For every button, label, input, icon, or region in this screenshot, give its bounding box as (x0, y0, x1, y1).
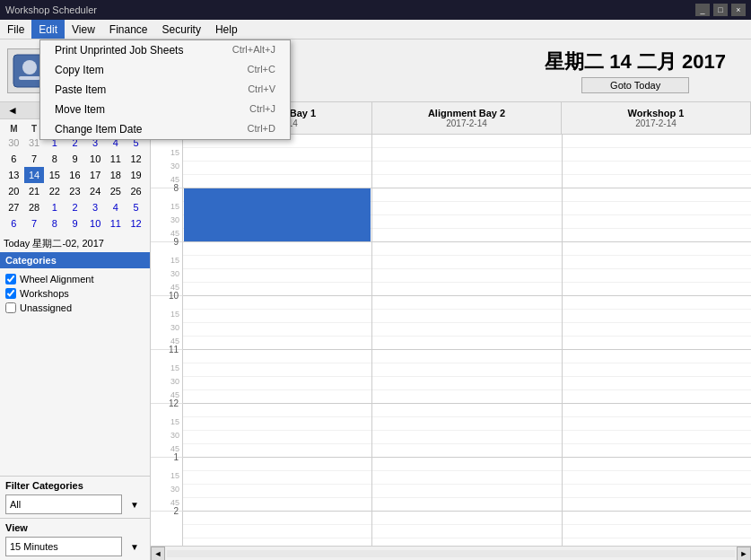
cal-day[interactable]: 5 (126, 199, 146, 215)
cal-day[interactable]: 15 (44, 167, 65, 183)
slot-row[interactable] (183, 269, 371, 283)
cal-day[interactable]: 12 (126, 151, 146, 167)
slot-row[interactable] (372, 323, 561, 337)
cal-day[interactable]: 19 (126, 167, 146, 183)
slot-row[interactable] (372, 337, 561, 350)
slot-row[interactable] (183, 538, 371, 546)
slot-row[interactable] (563, 202, 751, 215)
slot-row[interactable] (563, 363, 751, 377)
slot-row[interactable] (563, 148, 751, 162)
menu-file[interactable]: File (0, 20, 31, 39)
cal-prev-button[interactable]: ◄ (4, 104, 22, 117)
slot-row[interactable] (372, 377, 561, 390)
slot-row[interactable] (563, 337, 751, 350)
cal-day[interactable]: 20 (4, 183, 24, 199)
slot-row[interactable] (563, 512, 751, 525)
slot-row[interactable] (563, 431, 751, 444)
slot-row[interactable] (563, 296, 751, 310)
category-wheel-alignment-checkbox[interactable] (5, 274, 16, 284)
slot-row[interactable] (372, 175, 561, 188)
slot-row[interactable] (183, 471, 371, 485)
slot-row[interactable] (372, 404, 561, 417)
slot-row[interactable] (183, 525, 371, 538)
slot-row[interactable] (372, 458, 561, 471)
col-workshop-1[interactable] (563, 135, 751, 546)
slot-row[interactable] (372, 188, 561, 202)
slot-row[interactable] (563, 310, 751, 323)
slot-row[interactable] (563, 417, 751, 431)
slot-row[interactable] (183, 512, 371, 525)
cal-day[interactable]: 7 (24, 215, 45, 232)
slot-row[interactable] (563, 444, 751, 458)
slot-row[interactable] (183, 256, 371, 269)
slot-row[interactable] (372, 296, 561, 310)
slot-row[interactable] (372, 202, 561, 215)
cal-day[interactable]: 24 (85, 183, 106, 199)
slot-row[interactable] (563, 175, 751, 188)
slot-row[interactable] (563, 215, 751, 229)
slot-row[interactable] (372, 525, 561, 538)
slot-row[interactable] (372, 256, 561, 269)
slot-row[interactable] (372, 390, 561, 404)
filter-categories-select[interactable]: All Wheel Alignment Workshops Unassigned (5, 494, 122, 514)
menu-paste-item[interactable]: Paste Item Ctrl+V (40, 80, 290, 100)
cal-day[interactable]: 27 (4, 199, 24, 215)
close-button[interactable]: × (731, 4, 746, 16)
slot-row[interactable] (183, 148, 371, 162)
slot-row[interactable] (563, 404, 751, 417)
slot-row[interactable] (563, 229, 751, 242)
cal-day[interactable]: 4 (106, 199, 127, 215)
cal-day[interactable]: 12 (126, 215, 146, 232)
cal-day[interactable]: 6 (4, 215, 24, 232)
h-scroll-left-button[interactable]: ◄ (151, 547, 165, 561)
slot-row[interactable] (183, 377, 371, 390)
slot-row[interactable] (563, 242, 751, 256)
cal-day[interactable]: 9 (65, 215, 85, 232)
menu-move-item[interactable]: Move Item Ctrl+J (40, 100, 290, 119)
category-unassigned-checkbox[interactable] (5, 302, 16, 313)
slot-row[interactable] (183, 417, 371, 431)
cal-day[interactable]: 3 (85, 199, 106, 215)
cal-day[interactable]: 30 (4, 135, 24, 151)
slot-row[interactable] (183, 431, 371, 444)
col-alignment-bay-1[interactable] (183, 135, 372, 546)
cal-day[interactable]: 8 (44, 151, 65, 167)
slot-row[interactable] (563, 256, 751, 269)
cal-day[interactable]: 16 (65, 167, 85, 183)
minimize-button[interactable]: _ (695, 4, 710, 16)
slot-row[interactable] (563, 538, 751, 546)
menu-help[interactable]: Help (208, 20, 245, 39)
slot-row[interactable] (563, 323, 751, 337)
cal-day[interactable]: 21 (24, 183, 45, 199)
cal-day[interactable]: 26 (126, 183, 146, 199)
slot-row[interactable] (372, 283, 561, 296)
slot-row[interactable] (183, 296, 371, 310)
cal-day[interactable]: 17 (85, 167, 106, 183)
slot-row[interactable] (372, 310, 561, 323)
slot-row[interactable] (563, 458, 751, 471)
cal-day[interactable]: 28 (24, 199, 45, 215)
slot-row[interactable] (563, 525, 751, 538)
menu-copy-item[interactable]: Copy Item Ctrl+C (40, 60, 290, 80)
slot-row[interactable] (563, 350, 751, 363)
slot-row[interactable] (183, 310, 371, 323)
slot-row[interactable] (372, 417, 561, 431)
slot-row[interactable] (183, 485, 371, 498)
slot-row[interactable] (372, 485, 561, 498)
slot-row[interactable] (563, 135, 751, 148)
slot-row[interactable] (183, 337, 371, 350)
slot-row[interactable] (372, 498, 561, 512)
cal-day[interactable]: 6 (4, 151, 24, 167)
category-workshops-checkbox[interactable] (5, 288, 16, 299)
cal-grid-area[interactable]: 7 15 30 45 8 15 30 45 9 15 30 (151, 135, 751, 546)
slot-row[interactable] (563, 162, 751, 175)
cal-day[interactable]: 1 (44, 199, 65, 215)
view-select[interactable]: 15 Minutes 30 Minutes 1 Hour (5, 537, 122, 556)
cal-day[interactable]: 10 (85, 215, 106, 232)
slot-row[interactable] (372, 363, 561, 377)
slot-row[interactable] (372, 269, 561, 283)
slot-row[interactable] (183, 444, 371, 458)
slot-row[interactable] (183, 404, 371, 417)
menu-edit[interactable]: Edit (31, 20, 65, 39)
slot-row[interactable] (183, 162, 371, 175)
